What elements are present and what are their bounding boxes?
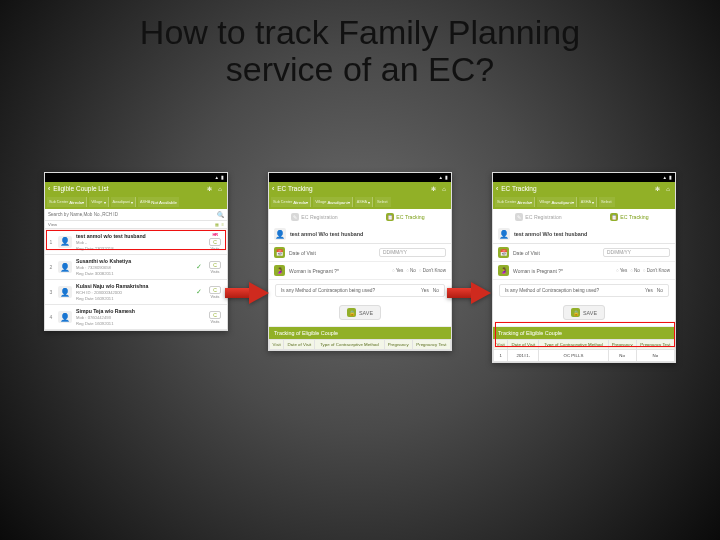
row-date-of-visit: 📅 Date of Visit DD/MM/YY [269, 244, 451, 262]
table-header-row: Visit Date of Visit Type of Contraceptiv… [270, 340, 451, 350]
spinner-icon[interactable]: ✻ [205, 185, 213, 193]
couple-header: 👤 test anmol W/o test husband [269, 225, 451, 244]
call-button[interactable]: C [209, 286, 221, 294]
status-bar: ▲ ▮ [45, 173, 227, 182]
home-icon[interactable]: ⌂ [440, 185, 448, 193]
signal-icon: ▲ [215, 175, 219, 180]
view-bar: View ▦ ≡ [45, 221, 227, 229]
slide-title: How to track Family Planning service of … [0, 0, 720, 89]
save-button[interactable]: 🔒 SAVE [563, 305, 605, 320]
table-row[interactable]: 1 201#1- OC PILLS No No [494, 350, 675, 362]
date-of-visit-input[interactable]: DD/MM/YY [379, 248, 446, 257]
avatar-icon: 👤 [58, 311, 72, 323]
couple-name: test anmol W/o test husband [290, 231, 363, 237]
date-of-visit-input[interactable]: DD/MM/YY [603, 248, 670, 257]
spinner-icon[interactable]: ✻ [653, 185, 661, 193]
filter-subcenter[interactable]: Sub CenterAtreda ▾ [271, 197, 311, 207]
couple-list[interactable]: 1 👤 test anmol w/o test husband Mob - Re… [45, 229, 227, 330]
search-bar: 🔍 [45, 209, 227, 221]
filter-village[interactable]: Village ▾ [89, 197, 108, 207]
tab-ec-registration[interactable]: ✎EC Registration [493, 209, 584, 225]
tracking-table: Visit Date of Visit Type of Contraceptiv… [493, 339, 675, 362]
home-icon[interactable]: ⌂ [216, 185, 224, 193]
save-icon: 🔒 [347, 308, 356, 317]
tracking-icon: 📋 [386, 213, 394, 221]
call-button[interactable]: C [209, 261, 221, 269]
row-pregnant: 🤰 Woman is Pregnant ?* Yes No Don't Know [493, 262, 675, 280]
filter-village[interactable]: VillageAwadipani ▾ [313, 197, 353, 207]
battery-icon: ▮ [445, 175, 448, 180]
filter-subcenter[interactable]: Sub CenterAtreda ▾ [495, 197, 535, 207]
signal-icon: ▲ [439, 175, 443, 180]
filter-select[interactable]: Select [375, 197, 391, 207]
header-title: Eligible Couple List [53, 185, 108, 192]
back-icon[interactable]: ‹ [496, 185, 498, 192]
home-icon[interactable]: ⌂ [664, 185, 672, 193]
save-icon: 🔒 [571, 308, 580, 317]
calendar-icon: 📅 [274, 247, 285, 258]
row-contraception: Is any Method of Contraception being use… [499, 284, 669, 297]
filter-select[interactable]: Select [599, 197, 615, 207]
save-bar: 🔒 SAVE [493, 301, 675, 327]
app-header: ‹ Eligible Couple List ✻ ⌂ [45, 182, 227, 195]
back-icon[interactable]: ‹ [48, 185, 50, 192]
spinner-icon[interactable]: ✻ [429, 185, 437, 193]
battery-icon: ▮ [221, 175, 224, 180]
filter-bar: Sub CenterAtreda ▾ Village ▾ Awadipani ▾… [45, 195, 227, 209]
back-icon[interactable]: ‹ [272, 185, 274, 192]
save-button[interactable]: 🔒 SAVE [339, 305, 381, 320]
list-view-icon[interactable]: ≡ [222, 222, 224, 227]
title-line2: service of an EC? [226, 50, 494, 88]
app-header: ‹ EC Tracking ✻ ⌂ [493, 182, 675, 195]
tracking-table: Visit Date of Visit Type of Contraceptiv… [269, 339, 451, 350]
filter-village[interactable]: VillageAwadipani ▾ [537, 197, 577, 207]
filter-bar: Sub CenterAtreda ▾ VillageAwadipani ▾ AS… [269, 195, 451, 209]
call-button[interactable]: C [209, 238, 221, 246]
avatar-icon: 👤 [58, 261, 72, 273]
screen-3: ▲ ▮ ‹ EC Tracking ✻ ⌂ Sub CenterAtreda ▾… [492, 172, 676, 363]
tracking-icon: 📋 [610, 213, 618, 221]
list-item[interactable]: 2 👤 Susanthi w/o Kshetiya Mob : 73280906… [45, 255, 227, 280]
contraception-radios[interactable]: Yes No [421, 288, 439, 293]
couple-header: 👤 test anmol W/o test husband [493, 225, 675, 244]
filter-subcenter[interactable]: Sub CenterAtreda ▾ [47, 197, 87, 207]
flow-arrow-2 [447, 282, 491, 304]
registration-icon: ✎ [515, 213, 523, 221]
search-input[interactable] [48, 212, 214, 217]
filter-asha[interactable]: ASHA ▾ [355, 197, 373, 207]
filter-awadipani[interactable]: Awadipani ▾ [111, 197, 136, 207]
calendar-icon: 📅 [498, 247, 509, 258]
battery-icon: ▮ [669, 175, 672, 180]
filter-bar: Sub CenterAtreda ▾ VillageAwadipani ▾ AS… [493, 195, 675, 209]
header-title: EC Tracking [277, 185, 312, 192]
tab-ec-registration[interactable]: ✎EC Registration [269, 209, 360, 225]
screens-row: ▲ ▮ ‹ Eligible Couple List ✻ ⌂ Sub Cente… [0, 172, 720, 363]
tabs: ✎EC Registration 📋EC Tracking [269, 209, 451, 225]
filter-asha[interactable]: ASHA ▾ [579, 197, 597, 207]
registration-icon: ✎ [291, 213, 299, 221]
tab-ec-tracking[interactable]: 📋EC Tracking [584, 209, 675, 225]
screen-2: ▲ ▮ ‹ EC Tracking ✻ ⌂ Sub CenterAtreda ▾… [268, 172, 452, 351]
grid-view-icon[interactable]: ▦ [215, 222, 219, 227]
list-item[interactable]: 3 👤 Kulasi Naju w/o Ramakrishna RCH ID :… [45, 280, 227, 305]
search-icon[interactable]: 🔍 [217, 211, 224, 218]
screen-1: ▲ ▮ ‹ Eligible Couple List ✻ ⌂ Sub Cente… [44, 172, 228, 331]
filter-asha[interactable]: ASHANot Available [138, 197, 179, 207]
view-label: View [48, 222, 57, 227]
tabs: ✎EC Registration 📋EC Tracking [493, 209, 675, 225]
row-pregnant: 🤰 Woman is Pregnant ?* Yes No Don't Know [269, 262, 451, 280]
row-date-of-visit: 📅 Date of Visit DD/MM/YY [493, 244, 675, 262]
avatar-icon: 👤 [498, 228, 510, 240]
app-header: ‹ EC Tracking ✻ ⌂ [269, 182, 451, 195]
contraception-label: Is any Method of Contraception being use… [505, 288, 599, 293]
header-title: EC Tracking [501, 185, 536, 192]
pregnant-radios[interactable]: Yes No Don't Know [616, 268, 670, 273]
pregnant-radios[interactable]: Yes No Don't Know [392, 268, 446, 273]
contraception-radios[interactable]: Yes No [645, 288, 663, 293]
flow-arrow-1 [225, 282, 269, 304]
list-item[interactable]: 4 👤 Simpu Teja w/o Ramesh Mob : 07604424… [45, 305, 227, 330]
tab-ec-tracking[interactable]: 📋EC Tracking [360, 209, 451, 225]
call-button[interactable]: C [209, 311, 221, 319]
list-item[interactable]: 1 👤 test anmol w/o test husband Mob - Re… [45, 229, 227, 255]
high-risk-badge: HR [212, 232, 217, 237]
